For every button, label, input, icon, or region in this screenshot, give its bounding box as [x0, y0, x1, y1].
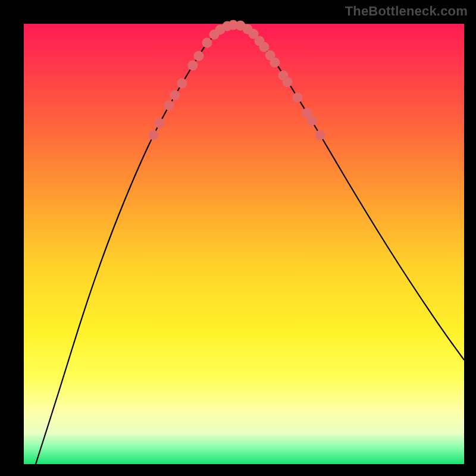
curve-markers — [149, 20, 325, 140]
curve-marker — [149, 130, 159, 140]
curve-marker — [177, 79, 187, 89]
curve-marker — [188, 61, 198, 71]
bottleneck-curve — [36, 25, 464, 464]
curve-marker — [259, 42, 270, 52]
chart-frame: TheBottleneck.com — [0, 0, 476, 476]
curve-marker — [315, 130, 325, 140]
curve-marker — [270, 58, 280, 68]
curve-marker — [293, 93, 303, 103]
plot-area — [24, 24, 464, 464]
curve-svg — [24, 24, 464, 464]
curve-marker — [155, 118, 165, 129]
curve-marker — [170, 90, 180, 101]
curve-marker — [202, 38, 212, 48]
curve-marker — [283, 77, 293, 87]
curve-marker — [307, 116, 317, 126]
curve-marker — [164, 101, 174, 111]
curve-marker — [194, 51, 204, 61]
watermark-text: TheBottleneck.com — [345, 4, 468, 19]
